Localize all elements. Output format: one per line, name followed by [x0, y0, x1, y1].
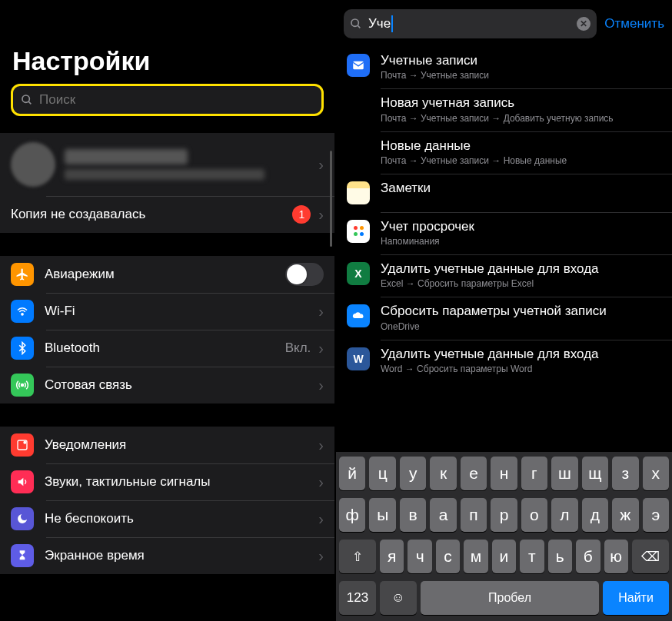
- result-crumb: Почта → Учетные записи: [381, 70, 661, 81]
- bluetooth-icon: [11, 337, 34, 360]
- chevron-right-icon: ›: [318, 377, 324, 394]
- svg-point-0: [22, 95, 29, 102]
- key-д[interactable]: д: [582, 498, 608, 532]
- notifications-row[interactable]: Уведомления ›: [0, 427, 334, 463]
- result-crumb: Word → Сбросить параметры Word: [381, 364, 661, 374]
- key-й[interactable]: й: [339, 457, 365, 490]
- key-ц[interactable]: ц: [369, 457, 395, 490]
- result-app-icon: [347, 54, 370, 77]
- key-г[interactable]: г: [521, 457, 547, 490]
- key-и[interactable]: и: [492, 540, 516, 573]
- row-label: Bluetooth: [45, 340, 100, 356]
- notifications-icon: [11, 433, 34, 457]
- key-щ[interactable]: щ: [582, 457, 608, 490]
- search-input[interactable]: [39, 92, 314, 108]
- chevron-right-icon: ›: [318, 547, 324, 565]
- key-а[interactable]: а: [430, 498, 456, 532]
- key-с[interactable]: с: [436, 540, 460, 573]
- result-crumb: Почта → Учетные записи → Добавить учетну…: [381, 113, 661, 124]
- key-з[interactable]: з: [612, 457, 638, 490]
- airplane-row[interactable]: Авиарежим: [0, 256, 334, 293]
- row-label: Wi-Fi: [45, 304, 75, 319]
- key-э[interactable]: э: [643, 498, 669, 532]
- backspace-key[interactable]: ⌫: [632, 540, 669, 573]
- key-о[interactable]: о: [521, 498, 547, 532]
- result-app-icon: [347, 304, 370, 327]
- svg-point-3: [22, 384, 24, 387]
- key-л[interactable]: л: [551, 498, 577, 532]
- cancel-button[interactable]: Отменить: [604, 16, 664, 32]
- svg-line-1: [28, 101, 31, 104]
- key-е[interactable]: е: [461, 457, 487, 490]
- chevron-right-icon: ›: [318, 303, 324, 320]
- search-icon: [21, 94, 33, 106]
- search-field[interactable]: Уче ✕: [344, 9, 597, 38]
- search-result[interactable]: Заметки: [336, 174, 672, 212]
- antenna-icon: [11, 374, 34, 397]
- key-ф[interactable]: ф: [339, 498, 365, 532]
- key-ч[interactable]: ч: [408, 540, 431, 573]
- find-key[interactable]: Найти: [603, 581, 669, 615]
- dnd-row[interactable]: Не беспокоить ›: [0, 500, 334, 537]
- profile-text: [65, 149, 318, 180]
- avatar: [11, 142, 55, 187]
- row-label: Авиарежим: [45, 267, 115, 282]
- search-result[interactable]: WУдалить учетные данные для входаWord → …: [336, 340, 672, 382]
- search-result[interactable]: Учет просрочекНапоминания: [336, 212, 672, 254]
- results-list: Учетные записиПочта → Учетные записиНова…: [336, 46, 672, 382]
- key-ь[interactable]: ь: [548, 540, 572, 573]
- clear-icon[interactable]: ✕: [577, 17, 590, 31]
- sounds-row[interactable]: Звуки, тактильные сигналы ›: [0, 463, 334, 500]
- key-х[interactable]: х: [643, 457, 669, 490]
- search-field-highlight[interactable]: [11, 84, 324, 116]
- key-в[interactable]: в: [400, 498, 426, 532]
- airplane-toggle[interactable]: [285, 263, 324, 286]
- badge: 1: [292, 205, 311, 224]
- key-ю[interactable]: ю: [604, 540, 628, 573]
- key-я[interactable]: я: [380, 540, 404, 573]
- search-result[interactable]: Учетные записиПочта → Учетные записи: [336, 46, 672, 88]
- profile-name-blur: [65, 149, 188, 164]
- text-cursor: [391, 15, 393, 32]
- result-app-icon: [347, 139, 370, 162]
- key-р[interactable]: р: [491, 498, 517, 532]
- emoji-key[interactable]: ☺: [380, 581, 417, 615]
- speaker-icon: [11, 470, 34, 493]
- screentime-row[interactable]: Экранное время ›: [0, 537, 334, 574]
- result-app-icon: [347, 181, 370, 204]
- scrollbar[interactable]: [330, 151, 332, 247]
- svg-point-2: [22, 314, 23, 315]
- backup-row[interactable]: Копия не создавалась 1 ›: [0, 196, 334, 233]
- key-ж[interactable]: ж: [612, 498, 638, 532]
- key-ш[interactable]: ш: [551, 457, 577, 490]
- page-title: Настройки: [12, 46, 322, 76]
- cellular-row[interactable]: Сотовая связь ›: [0, 367, 334, 403]
- profile-group: › Копия не создавалась 1 ›: [0, 133, 334, 233]
- keyboard: йцукенгшщзх фывапролджэ ⇧ ячсмитьбю ⌫ 12…: [336, 451, 672, 621]
- key-к[interactable]: к: [430, 457, 456, 490]
- search-result[interactable]: Сбросить параметры учетной записиOneDriv…: [336, 297, 672, 339]
- search-result[interactable]: XУдалить учетные данные для входаExcel →…: [336, 254, 672, 297]
- result-text: Удалить учетные данные для входаExcel → …: [381, 261, 661, 289]
- svg-point-5: [23, 441, 26, 444]
- key-м[interactable]: м: [464, 540, 487, 573]
- result-text: Удалить учетные данные для входаWord → С…: [381, 346, 661, 374]
- search-result[interactable]: Новые данныеПочта → Учетные записи → Нов…: [336, 131, 672, 174]
- row-label: Звуки, тактильные сигналы: [45, 474, 211, 490]
- key-п[interactable]: п: [461, 498, 487, 532]
- space-key[interactable]: Пробел: [421, 581, 599, 615]
- key-б[interactable]: б: [576, 540, 600, 573]
- numbers-key[interactable]: 123: [339, 581, 376, 615]
- connectivity-group: Авиарежим Wi-Fi › Bluetooth Вкл. › Сотов…: [0, 256, 334, 403]
- key-у[interactable]: у: [400, 457, 426, 490]
- key-т[interactable]: т: [520, 540, 544, 573]
- profile-row[interactable]: ›: [0, 133, 334, 196]
- search-result[interactable]: Новая учетная записьПочта → Учетные запи…: [336, 88, 672, 131]
- result-text: Учетные записиПочта → Учетные записи: [381, 52, 661, 81]
- wifi-row[interactable]: Wi-Fi ›: [0, 293, 334, 330]
- key-н[interactable]: н: [491, 457, 517, 490]
- bluetooth-row[interactable]: Bluetooth Вкл. ›: [0, 330, 334, 367]
- row-label: Сотовая связь: [45, 377, 132, 393]
- key-ы[interactable]: ы: [369, 498, 395, 532]
- shift-key[interactable]: ⇧: [339, 540, 376, 573]
